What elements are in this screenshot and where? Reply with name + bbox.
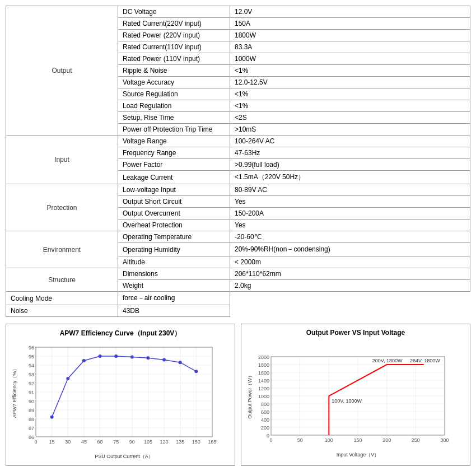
- svg-text:91: 91: [29, 390, 34, 395]
- value-cell: 2.0kg: [230, 280, 470, 292]
- svg-text:15: 15: [49, 439, 55, 445]
- svg-point-49: [66, 377, 69, 380]
- svg-text:45: 45: [81, 439, 87, 445]
- svg-point-51: [99, 354, 102, 358]
- efficiency-chart-svg: 8687888990919293949596015304560759010512…: [11, 342, 218, 459]
- efficiency-chart-title: APW7 Efficiency Curve（Input 230V）: [11, 329, 230, 338]
- value-cell: < 2000m: [230, 256, 470, 268]
- table-row: StructureDimensions206*110*62mm: [6, 268, 470, 280]
- param-cell: Dimensions: [118, 268, 230, 280]
- value-cell: Yes: [230, 196, 470, 208]
- svg-text:264V, 1800W: 264V, 1800W: [410, 358, 440, 363]
- svg-text:90: 90: [129, 439, 135, 445]
- value-cell: force－air cooling: [118, 292, 230, 305]
- svg-text:88: 88: [29, 417, 34, 422]
- svg-text:1200: 1200: [258, 386, 269, 391]
- param-cell: Ripple & Noise: [118, 65, 230, 77]
- svg-text:0: 0: [267, 433, 269, 438]
- category-cell: Structure: [6, 268, 118, 292]
- param-cell: Rated Power (220V input): [118, 30, 230, 41]
- charts-container: APW7 Efficiency Curve（Input 230V） 868788…: [6, 324, 470, 466]
- svg-text:1600: 1600: [258, 370, 269, 376]
- param-cell: Output Short Circuit: [118, 196, 230, 208]
- svg-text:60: 60: [97, 439, 103, 445]
- svg-point-57: [194, 370, 198, 373]
- param-cell: Operating Temperature: [118, 231, 230, 243]
- svg-point-53: [130, 356, 134, 359]
- param-cell: Noise: [6, 305, 118, 317]
- param-cell: Weight: [118, 280, 230, 292]
- svg-text:95: 95: [29, 354, 34, 360]
- value-cell: 12.0V: [230, 6, 470, 18]
- value-cell: <1%: [230, 88, 470, 100]
- svg-text:90: 90: [29, 399, 34, 404]
- param-cell: Cooling Mode: [6, 292, 118, 305]
- table-row: OutputDC Voltage12.0V: [6, 6, 470, 18]
- param-cell: Setup, Rise Time: [118, 112, 230, 124]
- svg-text:94: 94: [29, 363, 34, 368]
- table-row: Noise43DB: [6, 305, 470, 317]
- value-cell: 20%-90%RH(non－condensing): [230, 243, 470, 256]
- category-cell: Protection: [6, 184, 118, 231]
- value-cell: 12.0-12.5V: [230, 77, 470, 88]
- value-cell: >0.99(full load): [230, 159, 470, 171]
- param-cell: Rated Power (110V input): [118, 53, 230, 65]
- svg-text:93: 93: [29, 372, 34, 377]
- value-cell: <1.5mA（220V 50Hz）: [230, 171, 470, 184]
- power-chart-title: Output Power VS Input Voltage: [246, 329, 465, 337]
- svg-text:Input Voltage（V）: Input Voltage（V）: [337, 452, 380, 458]
- value-cell: 1000W: [230, 53, 470, 65]
- value-cell: 80-89V AC: [230, 184, 470, 196]
- value-cell: >10mS: [230, 124, 470, 136]
- svg-text:165: 165: [208, 439, 216, 445]
- value-cell: 47-63Hz: [230, 147, 470, 159]
- category-cell: Input: [6, 136, 118, 184]
- svg-text:92: 92: [29, 381, 34, 386]
- svg-text:400: 400: [261, 417, 269, 423]
- table-row: EnvironmentOperating Temperature-20-60℃: [6, 231, 470, 243]
- power-chart-box: Output Power VS Input Voltage 0200400600…: [241, 324, 470, 466]
- param-cell: DC Voltage: [118, 6, 230, 18]
- table-row: ProtectionLow-voltage Input80-89V AC: [6, 184, 470, 196]
- value-cell: 1800W: [230, 30, 470, 41]
- svg-text:135: 135: [176, 439, 184, 445]
- param-cell: Leakage Current: [118, 171, 230, 184]
- svg-text:1000: 1000: [258, 394, 269, 399]
- value-cell: -20-60℃: [230, 231, 470, 243]
- svg-text:50: 50: [297, 437, 303, 443]
- value-cell: 83.3A: [230, 41, 470, 53]
- svg-point-50: [82, 359, 86, 362]
- svg-text:96: 96: [29, 345, 34, 351]
- value-cell: <1%: [230, 65, 470, 77]
- svg-text:2000: 2000: [258, 354, 269, 360]
- svg-text:600: 600: [261, 409, 269, 415]
- svg-point-55: [162, 358, 166, 361]
- efficiency-chart-area: 8687888990919293949596015304560759010512…: [11, 342, 230, 461]
- svg-text:800: 800: [261, 402, 269, 407]
- svg-text:250: 250: [412, 437, 420, 443]
- svg-text:0: 0: [34, 439, 37, 445]
- svg-text:100: 100: [325, 437, 333, 443]
- svg-point-52: [114, 354, 118, 358]
- param-cell: Output Overcurrent: [118, 208, 230, 220]
- svg-text:200: 200: [261, 425, 269, 431]
- svg-text:87: 87: [29, 426, 34, 431]
- param-cell: Low-voltage Input: [118, 184, 230, 196]
- value-cell: 150-200A: [230, 208, 470, 220]
- category-cell: Environment: [6, 231, 118, 268]
- specs-table: OutputDC Voltage12.0VRated Current(220V …: [6, 6, 470, 317]
- svg-text:150: 150: [353, 437, 362, 443]
- svg-point-54: [146, 356, 150, 360]
- param-cell: Power off Protection Trip Time: [118, 124, 230, 136]
- value-cell: 100-264V AC: [230, 136, 470, 147]
- table-row: Cooling Modeforce－air cooling: [6, 292, 470, 305]
- param-cell: Rated Current(220V input): [118, 18, 230, 30]
- param-cell: Source Regulation: [118, 88, 230, 100]
- power-chart-svg: 0200400600800100012001400160018002000050…: [246, 340, 453, 458]
- value-cell: 206*110*62mm: [230, 268, 470, 280]
- svg-text:75: 75: [113, 439, 119, 445]
- efficiency-chart-box: APW7 Efficiency Curve（Input 230V） 868788…: [6, 324, 235, 466]
- param-cell: Altitude: [118, 256, 230, 268]
- param-cell: Rated Current(110V input): [118, 41, 230, 53]
- table-row: InputVoltage Range100-264V AC: [6, 136, 470, 147]
